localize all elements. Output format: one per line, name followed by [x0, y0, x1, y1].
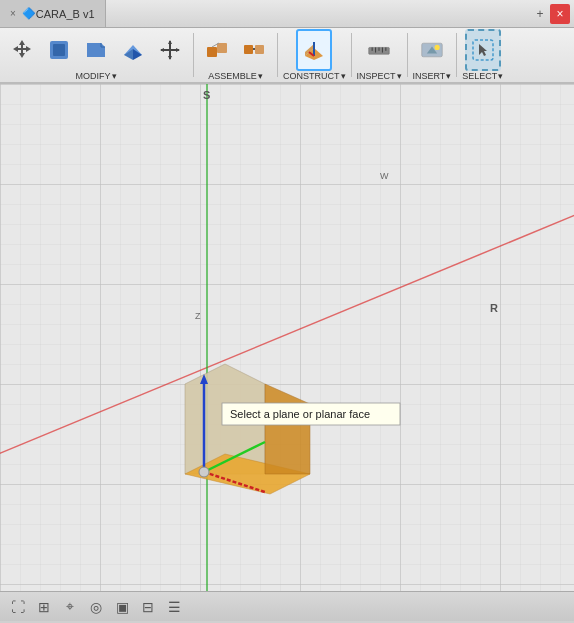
tab-logo: 🔷 [22, 7, 36, 20]
svg-marker-32 [479, 44, 487, 56]
sep-3 [351, 33, 352, 77]
inspect-group-label[interactable]: INSPECT▾ [357, 71, 402, 81]
sep-4 [407, 33, 408, 77]
toolbar: MODIFY▾ [0, 28, 574, 84]
construct-group-label[interactable]: CONSTRUCT▾ [283, 71, 346, 81]
svg-marker-9 [168, 56, 172, 60]
insert1-icon [420, 38, 444, 62]
svg-marker-0 [13, 40, 31, 58]
insert-buttons-row [414, 29, 450, 71]
assemble1-icon [205, 38, 229, 62]
svg-rect-34 [0, 84, 574, 591]
status-icon-3[interactable]: ⌖ [60, 597, 80, 617]
select-group-label[interactable]: SELECT▾ [462, 71, 503, 81]
status-icon-1[interactable]: ⛶ [8, 597, 28, 617]
status-icon-6[interactable]: ⊟ [138, 597, 158, 617]
tab-close-btn[interactable]: × [10, 8, 16, 19]
svg-text:W: W [380, 171, 389, 181]
construct1-icon [302, 38, 326, 62]
svg-rect-12 [207, 47, 217, 57]
toolbar-group-assemble: ASSEMBLE▾ [199, 29, 272, 81]
toolbar-group-construct: CONSTRUCT▾ [283, 29, 346, 81]
svg-marker-10 [160, 48, 164, 52]
window-controls: + × [530, 4, 574, 24]
viewport[interactable]: S R W Z Select a plane or planar face [0, 84, 574, 591]
title-bar: × 🔷 CARA_B v1 + × [0, 0, 574, 28]
status-bar: ⛶ ⊞ ⌖ ◎ ▣ ⊟ ☰ [0, 591, 574, 621]
modify-buttons-row [4, 29, 188, 71]
svg-text:R: R [490, 302, 498, 314]
construct-buttons-row [296, 29, 332, 71]
svg-rect-13 [217, 43, 227, 53]
nav-cube [514, 94, 564, 144]
assemble2-icon [242, 38, 266, 62]
btn-construct1[interactable] [296, 29, 332, 71]
btn-shape3[interactable] [115, 29, 151, 71]
svg-rect-16 [255, 45, 264, 54]
close-btn[interactable]: × [550, 4, 570, 24]
btn-move[interactable] [4, 29, 40, 71]
toolbar-group-modify: MODIFY▾ [4, 29, 188, 81]
svg-marker-8 [168, 40, 172, 44]
svg-text:Z: Z [195, 311, 201, 321]
btn-assemble2[interactable] [236, 29, 272, 71]
insert-group-label[interactable]: INSERT▾ [413, 71, 452, 81]
toolbar-group-select: SELECT▾ [462, 29, 503, 81]
btn-insert1[interactable] [414, 29, 450, 71]
assemble-buttons-row [199, 29, 272, 71]
shape2-icon [84, 38, 108, 62]
status-icon-7[interactable]: ☰ [164, 597, 184, 617]
sep-2 [277, 33, 278, 77]
svg-point-48 [199, 467, 209, 477]
svg-rect-15 [244, 45, 253, 54]
shape3-icon [121, 38, 145, 62]
btn-assemble1[interactable] [199, 29, 235, 71]
btn-select1[interactable] [465, 29, 501, 71]
fourway-icon [158, 38, 182, 62]
maximize-btn[interactable]: + [530, 4, 550, 24]
title-tab[interactable]: × 🔷 CARA_B v1 [0, 0, 106, 27]
status-icon-2[interactable]: ⊞ [34, 597, 54, 617]
btn-fourway[interactable] [152, 29, 188, 71]
btn-shape2[interactable] [78, 29, 114, 71]
select-buttons-row [465, 29, 501, 71]
toolbar-group-insert: INSERT▾ [413, 29, 452, 81]
inspect-buttons-row [361, 29, 397, 71]
grid-canvas: S R W Z Select a plane or planar face [0, 84, 574, 591]
svg-text:S: S [203, 89, 210, 101]
btn-inspect1[interactable] [361, 29, 397, 71]
svg-point-30 [435, 45, 440, 50]
move-icon [10, 37, 34, 61]
tab-title: CARA_B v1 [36, 8, 95, 20]
sep-5 [456, 33, 457, 77]
select1-icon [471, 38, 495, 62]
status-icon-4[interactable]: ◎ [86, 597, 106, 617]
svg-marker-11 [176, 48, 180, 52]
btn-shape1[interactable] [41, 29, 77, 71]
modify-group-label[interactable]: MODIFY▾ [76, 71, 117, 81]
svg-text:Select a plane or planar face: Select a plane or planar face [230, 408, 370, 420]
assemble-group-label[interactable]: ASSEMBLE▾ [208, 71, 263, 81]
sep-1 [193, 33, 194, 77]
status-icon-5[interactable]: ▣ [112, 597, 132, 617]
svg-rect-2 [53, 44, 65, 56]
toolbar-group-inspect: INSPECT▾ [357, 29, 402, 81]
shape1-icon [47, 38, 71, 62]
inspect1-icon [367, 38, 391, 62]
